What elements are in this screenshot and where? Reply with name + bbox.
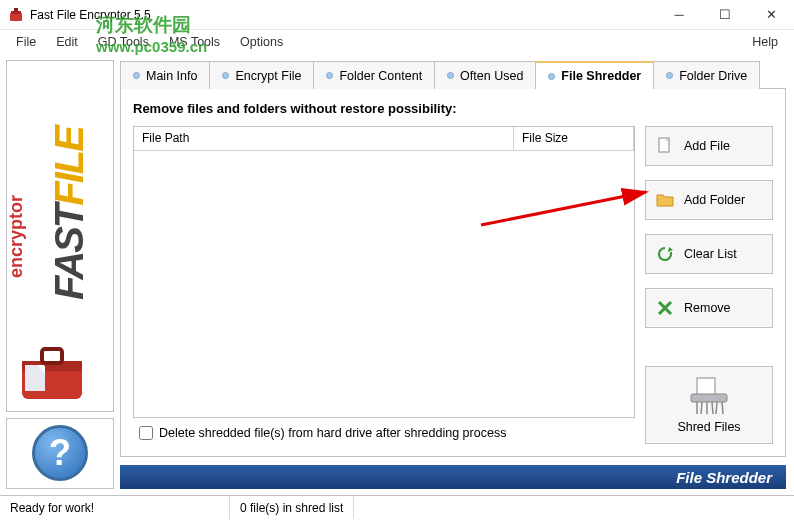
statusbar: Ready for work! 0 file(s) in shred list (0, 495, 794, 519)
add-file-button[interactable]: Add File (645, 126, 773, 166)
svg-marker-10 (668, 247, 673, 252)
tab-encrypt-file[interactable]: Encrypt File (209, 61, 314, 89)
dot-icon (666, 72, 673, 79)
tab-label: Encrypt File (235, 69, 301, 83)
briefcase-icon (17, 343, 87, 403)
panel-heading: Remove files and folders without restore… (133, 101, 773, 116)
delete-checkbox[interactable] (139, 426, 153, 440)
menu-gd-tools[interactable]: GD Tools (88, 32, 159, 52)
file-icon (656, 137, 674, 155)
tab-label: Folder Content (339, 69, 422, 83)
button-label: Add Folder (684, 193, 745, 207)
shredder-icon (689, 376, 729, 416)
svg-line-20 (722, 402, 723, 414)
dot-icon (222, 72, 229, 79)
svg-rect-2 (14, 8, 18, 12)
shred-files-button[interactable]: Shred Files (645, 366, 773, 444)
menu-edit[interactable]: Edit (46, 32, 88, 52)
svg-rect-5 (42, 349, 62, 363)
tab-label: Often Used (460, 69, 523, 83)
tab-label: Main Info (146, 69, 197, 83)
button-label: Add File (684, 139, 730, 153)
svg-line-16 (701, 402, 702, 414)
maximize-button[interactable]: ☐ (702, 0, 748, 30)
help-panel: ? (6, 418, 114, 489)
col-file-path[interactable]: File Path (134, 127, 514, 150)
menu-help[interactable]: Help (742, 32, 788, 52)
main-panel: Remove files and folders without restore… (120, 88, 786, 457)
delete-checkbox-label: Delete shredded file(s) from hard drive … (159, 426, 506, 440)
logo-fast: FAST (47, 206, 91, 300)
status-count: 0 file(s) in shred list (230, 496, 354, 519)
delete-checkbox-row[interactable]: Delete shredded file(s) from hard drive … (133, 418, 635, 444)
remove-button[interactable]: Remove (645, 288, 773, 328)
refresh-icon (656, 245, 674, 263)
button-label: Remove (684, 301, 731, 315)
minimize-button[interactable]: ─ (656, 0, 702, 30)
menu-ms-tools[interactable]: MS Tools (159, 32, 230, 52)
close-button[interactable]: ✕ (748, 0, 794, 30)
col-file-size[interactable]: File Size (514, 127, 634, 150)
tabs: Main Info Encrypt File Folder Content Of… (120, 60, 786, 88)
tab-folder-content[interactable]: Folder Content (313, 61, 435, 89)
add-folder-button[interactable]: Add Folder (645, 180, 773, 220)
tab-main-info[interactable]: Main Info (120, 61, 210, 89)
file-list[interactable]: File Path File Size (133, 126, 635, 418)
tab-file-shredder[interactable]: File Shredder (535, 61, 654, 89)
svg-line-18 (712, 402, 713, 414)
dot-icon (133, 72, 140, 79)
logo-encryptor: encryptor (6, 195, 27, 278)
menu-options[interactable]: Options (230, 32, 293, 52)
remove-icon (656, 299, 674, 317)
tab-folder-drive[interactable]: Folder Drive (653, 61, 760, 89)
app-icon (8, 7, 24, 23)
button-label: Shred Files (677, 420, 740, 434)
clear-list-button[interactable]: Clear List (645, 234, 773, 274)
tab-often-used[interactable]: Often Used (434, 61, 536, 89)
titlebar: Fast File Encryptor 5.5 ─ ☐ ✕ (0, 0, 794, 30)
svg-rect-0 (10, 13, 22, 21)
svg-rect-13 (697, 378, 715, 396)
help-button[interactable]: ? (32, 425, 88, 481)
folder-icon (656, 191, 674, 209)
status-ready: Ready for work! (0, 496, 230, 519)
menu-file[interactable]: File (6, 32, 46, 52)
svg-line-19 (716, 402, 717, 414)
tab-label: File Shredder (561, 69, 641, 83)
tab-label: Folder Drive (679, 69, 747, 83)
footer-bar: File Shredder (120, 465, 786, 489)
dot-icon (447, 72, 454, 79)
dot-icon (326, 72, 333, 79)
logo-panel: encryptor FASTFILE (6, 60, 114, 412)
button-label: Clear List (684, 247, 737, 261)
menubar: File Edit GD Tools MS Tools Options Help (0, 30, 794, 54)
list-body (134, 151, 634, 417)
window-title: Fast File Encryptor 5.5 (30, 8, 656, 22)
logo-file: FILE (47, 127, 91, 206)
column-headers: File Path File Size (134, 127, 634, 151)
dot-icon (548, 73, 555, 80)
svg-rect-14 (691, 394, 727, 402)
sidebar: encryptor FASTFILE ? (0, 54, 116, 495)
